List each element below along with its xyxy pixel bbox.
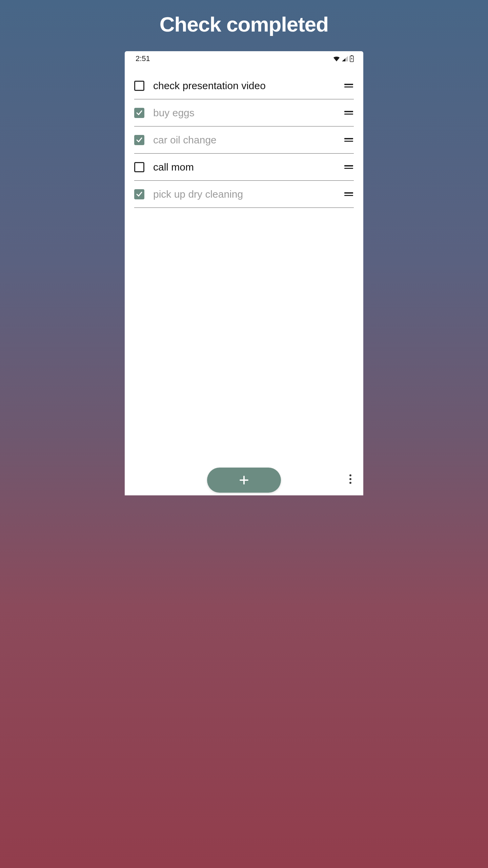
page-title: Check completed <box>160 12 328 36</box>
add-task-button[interactable] <box>207 468 281 493</box>
dot-icon <box>349 474 351 476</box>
task-row[interactable]: call mom <box>134 154 354 181</box>
battery-icon <box>350 55 354 62</box>
task-row[interactable]: buy eggs <box>134 99 354 126</box>
task-list: check presentation video buy eggs car oi… <box>125 66 363 495</box>
task-row[interactable]: check presentation video <box>134 72 354 99</box>
drag-handle-icon[interactable] <box>344 165 354 169</box>
status-icons <box>333 55 354 62</box>
checkbox[interactable] <box>134 108 144 118</box>
phone-frame: 2:51 check presentation video bu <box>125 51 363 495</box>
drag-handle-icon[interactable] <box>344 84 354 87</box>
plus-icon <box>238 474 250 486</box>
dot-icon <box>349 482 351 484</box>
task-row[interactable]: pick up dry cleaning <box>134 181 354 208</box>
task-label: car oil change <box>153 134 344 146</box>
task-label: check presentation video <box>153 80 344 92</box>
checkbox[interactable] <box>134 162 144 172</box>
status-time: 2:51 <box>136 54 150 63</box>
checkbox[interactable] <box>134 81 144 91</box>
cellular-icon <box>342 56 348 62</box>
drag-handle-icon[interactable] <box>344 192 354 196</box>
checkbox[interactable] <box>134 189 144 199</box>
wifi-icon <box>333 56 340 62</box>
status-bar: 2:51 <box>125 51 363 66</box>
bottom-bar <box>125 465 363 495</box>
drag-handle-icon[interactable] <box>344 111 354 115</box>
task-label: call mom <box>153 161 344 173</box>
dot-icon <box>349 478 351 480</box>
svg-rect-1 <box>351 55 352 56</box>
overflow-menu-button[interactable] <box>346 472 355 486</box>
task-label: buy eggs <box>153 107 344 119</box>
task-row[interactable]: car oil change <box>134 126 354 154</box>
task-label: pick up dry cleaning <box>153 189 344 200</box>
checkbox[interactable] <box>134 135 144 145</box>
drag-handle-icon[interactable] <box>344 138 354 142</box>
